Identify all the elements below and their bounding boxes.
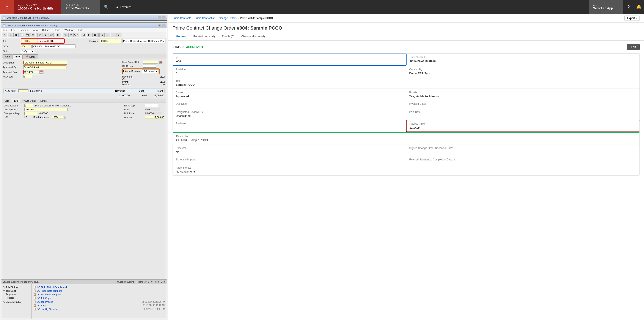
company-selector[interactable]: Agave Demo ERP 10000 - One North Hills bbox=[14, 0, 61, 14]
contract-item-input[interactable] bbox=[24, 104, 33, 107]
aco-item-input[interactable] bbox=[18, 89, 28, 92]
month-arrows[interactable]: ↕ bbox=[64, 116, 66, 119]
maximize-button-main[interactable]: □ bbox=[162, 24, 166, 27]
job-name-input[interactable] bbox=[38, 39, 64, 43]
toolbar-new[interactable]: ✏ bbox=[2, 33, 7, 37]
toolbar-undo[interactable]: ↩ bbox=[37, 33, 42, 37]
bottom-tab-grid[interactable]: Grid bbox=[2, 99, 12, 103]
int-ext-select[interactable]: E-External bbox=[142, 69, 159, 73]
apps-selector[interactable]: Apps Select an App bbox=[589, 0, 623, 14]
nav-list-job-phases[interactable]: 📋 JC Job Phases 12/11/2024 11:19:26 AM bbox=[32, 300, 166, 303]
nav-tree-reports[interactable]: Reports bbox=[2, 296, 30, 299]
desc-orange-box bbox=[23, 61, 67, 65]
aco-seq-input[interactable] bbox=[23, 75, 32, 78]
toolbar-find[interactable]: 🔎 bbox=[48, 33, 54, 37]
nav-list-job-copy[interactable]: 📋 JC Job Copy bbox=[32, 296, 166, 300]
approved-by-input[interactable] bbox=[23, 65, 66, 69]
search-button[interactable]: 🔍 bbox=[100, 0, 112, 14]
menu-records[interactable]: Records bbox=[19, 29, 29, 32]
toolbar-prev2[interactable]: « bbox=[100, 33, 104, 37]
bill-group-input[interactable] bbox=[143, 65, 156, 68]
help-button[interactable]: ? bbox=[623, 0, 634, 14]
toolbar-print2[interactable]: 🖨 bbox=[68, 33, 74, 37]
new-compl-calendar[interactable]: 📅 bbox=[160, 61, 162, 64]
notifications-button[interactable]: 🔔 bbox=[634, 0, 644, 14]
month-approved-input[interactable] bbox=[52, 116, 63, 119]
nav-tree-job-billing[interactable]: ▷ Job Billing bbox=[2, 285, 30, 289]
aco-desc-input[interactable] bbox=[32, 45, 76, 48]
desc-input[interactable] bbox=[24, 61, 67, 64]
toolbar-monitor[interactable]: 🖥 bbox=[81, 33, 86, 37]
toolbar-print[interactable]: 📄 bbox=[19, 33, 24, 37]
toolbar-next[interactable]: › bbox=[111, 33, 116, 37]
unit-price-input[interactable] bbox=[145, 112, 162, 115]
menu-edit[interactable]: Edit bbox=[10, 29, 16, 32]
menu-tools[interactable]: Tools bbox=[54, 29, 61, 32]
tab-change-history[interactable]: Change History (4) bbox=[238, 33, 268, 40]
project-tools-selector[interactable]: Project Tools Prime Contracts bbox=[61, 0, 100, 14]
menu-help[interactable]: Help bbox=[78, 29, 84, 32]
bottom-tab-phase[interactable]: Phase Detail bbox=[20, 99, 38, 103]
status-erp-select[interactable]: 1-Open bbox=[21, 49, 34, 53]
toolbar-delete[interactable]: 🗑 bbox=[30, 33, 35, 37]
revised-substantial-info-icon[interactable]: ℹ bbox=[454, 158, 455, 161]
toolbar-dark[interactable]: ■ bbox=[92, 33, 98, 37]
contract-input[interactable] bbox=[100, 39, 122, 43]
tab-info[interactable]: Info bbox=[13, 54, 23, 59]
export-button[interactable]: Export ▾ bbox=[624, 16, 640, 21]
job-number-input[interactable] bbox=[22, 39, 37, 43]
toolbar-split[interactable]: ⊟ bbox=[87, 33, 92, 37]
toolbar-next2[interactable]: » bbox=[116, 33, 122, 37]
tab-emails[interactable]: Emails (0) bbox=[218, 33, 238, 40]
tab-grid[interactable]: Grid bbox=[2, 54, 13, 59]
nav-list-liability[interactable]: 📋 JC Liability Template 10/7/2024 9:21:4… bbox=[32, 307, 166, 311]
designated-reviewer-info-icon[interactable]: ℹ bbox=[202, 111, 203, 114]
nav-list-fixed-rate[interactable]: 📋 JC Fixed Rate Template bbox=[32, 289, 166, 292]
bottom-tab-info[interactable]: Info bbox=[12, 99, 20, 103]
nav-list-field-ticket[interactable]: 📋 JC Field Ticket Dashboard bbox=[32, 285, 166, 289]
change-days3-input[interactable] bbox=[24, 112, 37, 115]
maximize-button-top[interactable]: □ bbox=[162, 16, 166, 19]
nav-tree-programs[interactable]: Programs bbox=[2, 292, 30, 296]
nav-tree-job-cost[interactable]: ▽ Job Cost bbox=[2, 289, 30, 292]
units-input[interactable] bbox=[145, 108, 160, 111]
bottom-tab-notes[interactable]: Notes bbox=[38, 99, 49, 103]
int-ext-orange-box: Internal/External: E-External bbox=[122, 69, 160, 74]
edit-button[interactable]: Edit bbox=[627, 44, 640, 50]
toolbar-attach[interactable]: 📎 bbox=[63, 33, 68, 37]
field-reviewer: Reviewer: bbox=[173, 120, 406, 132]
nav-spacer bbox=[135, 0, 589, 14]
minimize-button-main[interactable]: – bbox=[158, 24, 161, 27]
tab-notes[interactable]: 📌Notes bbox=[23, 54, 38, 59]
calendar-button[interactable]: 📅 bbox=[40, 70, 43, 74]
contract-desc-input[interactable] bbox=[122, 39, 166, 43]
line-desc-input[interactable] bbox=[24, 108, 68, 111]
approval-date-input[interactable] bbox=[24, 71, 39, 73]
toolbar-prev[interactable]: ‹ bbox=[105, 33, 110, 37]
amount-input[interactable] bbox=[145, 116, 164, 119]
menu-file[interactable]: File bbox=[2, 29, 8, 32]
minimize-button-top[interactable]: – bbox=[158, 16, 161, 19]
breadcrumb-prime-contracts[interactable]: Prime Contracts bbox=[172, 17, 191, 20]
menu-windows[interactable]: Windows bbox=[64, 29, 75, 32]
toolbar-refresh[interactable]: ↻ bbox=[43, 33, 48, 37]
menu-options[interactable]: Options bbox=[41, 29, 51, 32]
new-compl-input[interactable] bbox=[143, 61, 158, 64]
bill-group3-input[interactable] bbox=[145, 104, 158, 107]
toolbar-spell[interactable]: ABC bbox=[74, 33, 79, 37]
breadcrumb-change-orders[interactable]: Change Orders bbox=[219, 17, 236, 20]
nav-list-jc-jobs[interactable]: 📋 JC Jobs 12/11/2024 11:18:19 AM bbox=[32, 303, 166, 307]
nav-list-insurance[interactable]: 📋 JC Insurance Template bbox=[32, 292, 166, 296]
home-button[interactable]: ⌂ bbox=[0, 0, 14, 14]
nav-tree-material-sales[interactable]: ▷ Material Sales bbox=[2, 300, 30, 304]
tab-general[interactable]: General bbox=[172, 33, 190, 40]
toolbar-grid[interactable]: ⊞ bbox=[56, 33, 61, 37]
aco-input[interactable] bbox=[21, 45, 32, 48]
toolbar-settings[interactable]: ⚙ bbox=[13, 33, 18, 37]
breadcrumb-prime-contract-1[interactable]: Prime Contract #1 bbox=[194, 17, 216, 20]
toolbar-save[interactable]: 💾 bbox=[24, 33, 30, 37]
menu-view[interactable]: View bbox=[32, 29, 39, 32]
toolbar-search[interactable]: 🔍 bbox=[8, 33, 13, 37]
tab-related-items[interactable]: Related Items (0) bbox=[190, 33, 218, 40]
favorites-button[interactable]: ★ Favorites bbox=[112, 0, 135, 14]
